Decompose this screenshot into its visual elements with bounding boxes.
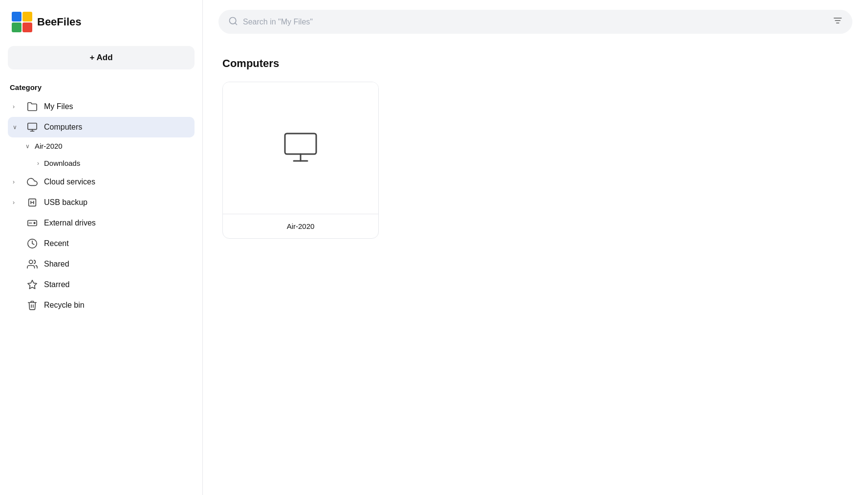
chevron-down-icon: ∨: [13, 124, 21, 131]
sidebar-item-my-files[interactable]: › My Files: [8, 96, 195, 117]
search-bar: [218, 10, 852, 34]
cloud-icon: [26, 177, 38, 187]
sidebar-item-starred-label: Starred: [44, 280, 190, 289]
search-input[interactable]: [243, 18, 828, 26]
chevron-down-icon-air: ∨: [25, 143, 30, 150]
sidebar-item-recent-label: Recent: [44, 239, 190, 248]
sidebar-item-computers[interactable]: ∨ Computers: [8, 117, 195, 137]
sidebar-item-shared[interactable]: › Shared: [8, 254, 195, 274]
filter-icon[interactable]: [833, 16, 843, 28]
sidebar-item-usb-backup-label: USB backup: [44, 198, 190, 207]
folder-icon: [26, 101, 38, 112]
search-icon: [228, 16, 238, 28]
content-area: Computers Air-2020: [203, 44, 868, 495]
logo-icon: [12, 12, 32, 32]
chevron-right-icon-downloads: ›: [37, 160, 39, 167]
usb-icon: [26, 197, 38, 208]
svg-point-12: [34, 223, 35, 224]
computer-card-air-2020[interactable]: Air-2020: [222, 82, 379, 239]
chevron-right-icon-usb: ›: [13, 199, 21, 206]
computers-grid: Air-2020: [222, 82, 848, 239]
chevron-right-icon: ›: [13, 103, 21, 110]
svg-rect-2: [12, 22, 22, 32]
add-button[interactable]: + Add: [8, 46, 195, 69]
monitor-icon: [26, 122, 38, 133]
sidebar-item-starred[interactable]: › Starred: [8, 274, 195, 295]
card-label-air-2020: Air-2020: [223, 214, 378, 238]
sidebar-item-recycle-bin-label: Recycle bin: [44, 301, 190, 310]
sidebar-item-computers-label: Computers: [44, 123, 190, 132]
sidebar-item-usb-backup[interactable]: › USB backup: [8, 192, 195, 213]
sidebar-item-air-2020[interactable]: ∨ Air-2020: [8, 137, 195, 155]
svg-point-15: [29, 260, 33, 264]
sidebar-item-downloads[interactable]: › Downloads: [8, 155, 195, 172]
app-name: BeeFiles: [37, 16, 82, 28]
main-content: Computers Air-2020: [203, 0, 868, 495]
external-drive-icon: [26, 218, 38, 228]
chevron-right-icon-cloud: ›: [13, 179, 21, 185]
computer-monitor-icon: [281, 129, 320, 168]
svg-rect-4: [28, 123, 37, 130]
sidebar-item-air-2020-label: Air-2020: [35, 142, 63, 150]
card-preview-air-2020: [223, 82, 378, 214]
people-icon: [26, 259, 38, 270]
svg-marker-16: [28, 280, 37, 289]
category-label: Category: [8, 83, 195, 91]
sidebar-item-shared-label: Shared: [44, 260, 190, 269]
sidebar-item-recycle-bin[interactable]: › Recycle bin: [8, 295, 195, 315]
logo: BeeFiles: [8, 12, 195, 32]
svg-rect-1: [22, 12, 32, 22]
svg-line-18: [235, 22, 237, 24]
sidebar-item-my-files-label: My Files: [44, 102, 190, 111]
svg-rect-22: [285, 134, 316, 154]
sidebar-item-cloud-services-label: Cloud services: [44, 178, 190, 186]
sidebar-item-recent[interactable]: › Recent: [8, 233, 195, 254]
clock-icon: [26, 238, 38, 249]
trash-icon: [26, 300, 38, 311]
sidebar-item-cloud-services[interactable]: › Cloud services: [8, 172, 195, 192]
svg-rect-0: [12, 12, 22, 22]
sidebar: BeeFiles + Add Category › My Files ∨ Com…: [0, 0, 203, 495]
sidebar-item-external-drives-label: External drives: [44, 219, 190, 227]
sidebar-item-external-drives[interactable]: › External drives: [8, 213, 195, 233]
sidebar-item-downloads-label: Downloads: [44, 159, 80, 167]
star-icon: [26, 279, 38, 290]
svg-rect-3: [22, 22, 32, 32]
topbar: [203, 0, 868, 44]
section-title: Computers: [222, 57, 848, 70]
